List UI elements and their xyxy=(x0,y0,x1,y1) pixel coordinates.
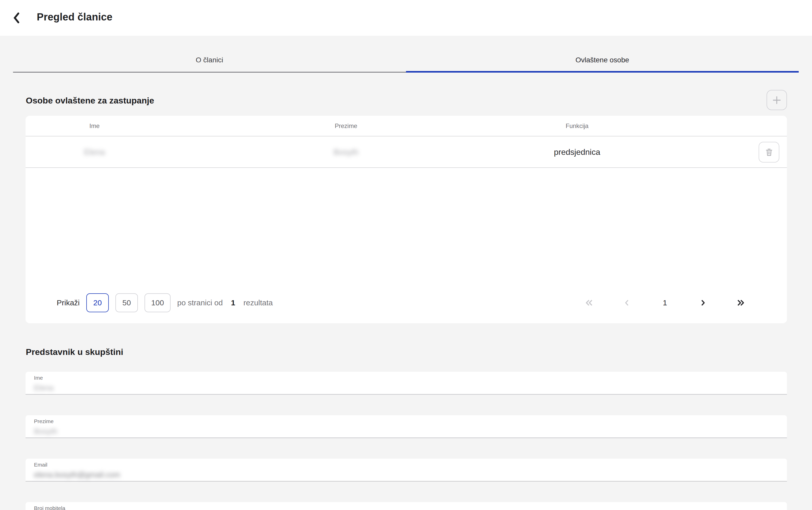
field-label: Broj mobitela xyxy=(34,505,787,510)
pagination-bar: Prikaži 20 50 100 po stranici od 1 rezul… xyxy=(26,282,787,323)
authorized-section-title: Osobe ovlaštene za zastupanje xyxy=(26,95,154,106)
chevron-right-icon xyxy=(698,298,707,307)
last-page-button[interactable] xyxy=(735,297,746,308)
top-bar: Pregled članice xyxy=(0,0,812,36)
prezime-field[interactable]: Prezime Bosyth xyxy=(26,415,787,438)
tab-label: Ovlaštene osobe xyxy=(576,56,629,64)
delete-person-button[interactable] xyxy=(759,142,779,163)
page-size-20-button[interactable]: 20 xyxy=(86,293,109,312)
page-size-controls: Prikaži 20 50 100 po stranici od 1 rezul… xyxy=(26,293,273,312)
table-row: Elena Bosyth predsjednica xyxy=(26,137,787,168)
tab-bar: O članici Ovlaštene osobe xyxy=(13,48,799,73)
page-nav-controls: 1 xyxy=(584,297,787,308)
page-size-100-button[interactable]: 100 xyxy=(145,293,171,312)
table-header-row: Ime Prezime Funkcija xyxy=(26,116,787,137)
tab-ovlastene-osobe[interactable]: Ovlaštene osobe xyxy=(406,48,799,73)
page-title: Pregled članice xyxy=(37,11,112,23)
field-label: Prezime xyxy=(34,418,787,424)
cell-ime-redacted: Elena xyxy=(26,147,163,157)
field-value-redacted: Bosyth xyxy=(34,427,787,436)
results-text: rezultata xyxy=(243,299,273,307)
tab-label: O članici xyxy=(196,56,223,64)
plus-icon xyxy=(771,94,782,106)
previous-page-button[interactable] xyxy=(622,297,633,308)
cell-prezime-redacted: Bosyth xyxy=(163,147,529,157)
representative-section-title: Predstavnik u skupštini xyxy=(26,347,123,357)
chevron-left-icon xyxy=(623,298,631,307)
ime-field[interactable]: Ime Elena xyxy=(26,372,787,395)
email-field[interactable]: Email elena.bosyth@gmail.com xyxy=(26,459,787,482)
next-page-button[interactable] xyxy=(697,297,708,308)
field-value-redacted: Elena xyxy=(34,384,787,392)
broj-mobitela-field[interactable]: Broj mobitela xyxy=(26,502,787,510)
authorized-persons-table: Ime Prezime Funkcija Elena Bosyth predsj… xyxy=(26,116,787,323)
page-size-50-button[interactable]: 50 xyxy=(115,293,138,312)
trash-icon xyxy=(764,147,774,158)
first-page-button[interactable] xyxy=(584,297,595,308)
column-header-prezime: Prezime xyxy=(163,122,529,130)
field-value-redacted: elena.bosyth@gmail.com xyxy=(34,471,787,479)
back-button[interactable] xyxy=(9,10,25,26)
tab-o-clanici[interactable]: O članici xyxy=(13,48,406,73)
show-label: Prikaži xyxy=(57,299,80,307)
chevrons-right-icon xyxy=(735,298,746,307)
field-label: Email xyxy=(34,462,787,468)
chevron-left-icon xyxy=(12,12,22,24)
per-page-text: po stranici od xyxy=(177,299,223,307)
cell-funkcija: predsjednica xyxy=(529,147,626,157)
results-total: 1 xyxy=(231,299,235,307)
column-header-funkcija: Funkcija xyxy=(529,122,626,130)
page-number-button[interactable]: 1 xyxy=(659,297,670,308)
chevrons-left-icon xyxy=(584,298,595,307)
add-person-button[interactable] xyxy=(766,90,787,110)
column-header-ime: Ime xyxy=(26,122,163,130)
cell-actions xyxy=(626,142,787,163)
member-review-page: Pregled članice O članici Ovlaštene osob… xyxy=(0,0,812,510)
field-label: Ime xyxy=(34,375,787,381)
